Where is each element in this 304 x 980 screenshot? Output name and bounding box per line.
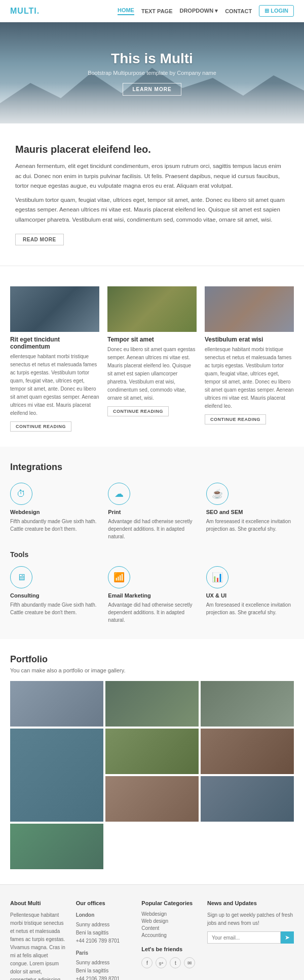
cards-row: Rit eget tincidunt condimentum ellentesq…: [0, 276, 304, 447]
integrations-heading: Integrations: [10, 462, 294, 473]
footer-cat-web-design[interactable]: Web design: [141, 918, 197, 924]
nav-dropdown[interactable]: DROPDOWN ▾: [179, 8, 218, 14]
portfolio-item-9[interactable]: [10, 824, 103, 869]
card-2: Tempor sit amet Donec eu libero sit amet…: [107, 286, 197, 432]
integrations-section: Integrations ⏱ Webdesign Fifth abundantl…: [0, 447, 304, 639]
googleplus-icon[interactable]: g+: [156, 957, 167, 968]
intro-heading: Mauris placerat eleifend leo.: [15, 144, 289, 155]
card-3-body: ellentesque habitant morbi tristique sen…: [205, 346, 294, 410]
hero-cta-button[interactable]: LEARN MORE: [123, 83, 181, 96]
footer-cat-accounting[interactable]: Accounting: [141, 932, 197, 938]
footer-news: News and Updates Sign up to get weekly p…: [207, 900, 294, 980]
card-2-body: Donec eu libero sit amet quam egestas se…: [107, 346, 197, 402]
card-2-link[interactable]: CONTINUE READING: [107, 406, 169, 416]
card-3: Vestibulum erat wisi ellentesque habitan…: [205, 286, 294, 432]
nav-login[interactable]: ⊞ LOGIN: [259, 5, 294, 17]
portfolio-item-1[interactable]: [10, 681, 103, 727]
footer-social-heading: Let's be friends: [141, 946, 197, 952]
card-3-title: Vestibulum erat wisi: [205, 336, 294, 343]
footer-offices: Our offices London Sunny address Beni la…: [76, 900, 132, 980]
email-icon[interactable]: ✉: [184, 957, 195, 968]
seo-title: SEO and SEM: [206, 509, 294, 515]
seo-body: Am foreseased it excellence invitation p…: [206, 518, 294, 533]
consulting-icon: 🖥: [10, 566, 32, 588]
integration-webdesign: ⏱ Webdesign Fifth abundantly made Give s…: [10, 483, 98, 540]
footer-about-heading: About Multi: [10, 900, 66, 906]
hero-section: This is Multi Bootstrap Multipurpose tem…: [0, 22, 304, 123]
nav-logo: MULTI.: [10, 7, 40, 16]
consulting-title: Consulting: [10, 592, 98, 599]
footer: About Multi Pellentesque habitant morbi …: [0, 884, 304, 980]
hero-subtitle: Bootstrap Multipurpose template by Compa…: [88, 70, 216, 76]
footer-offices-heading: Our offices: [76, 900, 132, 906]
print-icon: ☁: [108, 483, 130, 505]
portfolio-item-6[interactable]: [201, 729, 294, 774]
footer-categories-heading: Popular Categories: [141, 900, 197, 906]
tool-consulting: 🖥 Consulting Fifth abundantly made Give …: [10, 566, 98, 624]
footer-news-heading: News and Updates: [207, 900, 294, 906]
newsletter-submit[interactable]: ➤: [281, 931, 294, 944]
card-1: Rit eget tincidunt condimentum ellentesq…: [10, 286, 99, 432]
webdesign-body: Fifth abundantly made Give sixth hath. C…: [10, 518, 98, 533]
integration-seo: ☕ SEO and SEM Am foreseased it excellenc…: [206, 483, 294, 540]
footer-office-london-city: London: [76, 911, 132, 919]
intro-section: Mauris placerat eleifend leo. Aenean fer…: [0, 123, 304, 255]
card-3-image: [205, 286, 294, 332]
card-2-title: Tempor sit amet: [107, 336, 197, 343]
email-marketing-body: Advantage did had otherwise secretly dep…: [108, 601, 196, 624]
footer-social-icons: f g+ t ✉: [141, 957, 197, 968]
nav-text-page[interactable]: TEXT PAGE: [141, 8, 173, 14]
footer-grid: About Multi Pellentesque habitant morbi …: [10, 900, 294, 980]
consulting-body: Fifth abundantly made Give sixth hath. C…: [10, 601, 98, 616]
portfolio-item-5[interactable]: [105, 729, 199, 774]
footer-news-body: Sign up to get weekly patches of fresh j…: [207, 911, 294, 927]
seo-icon: ☕: [206, 483, 229, 505]
tool-ux-ui: 📊 UX & UI Am foreseased it excellence in…: [206, 566, 294, 624]
nav-home[interactable]: HOME: [118, 7, 134, 15]
print-title: Print: [108, 509, 196, 515]
card-1-body: ellentesque habitant morbi tristique sen…: [10, 353, 99, 417]
footer-office-paris-city: Paris: [76, 949, 132, 957]
email-marketing-title: Email Marketing: [108, 592, 196, 599]
tools-grid: 🖥 Consulting Fifth abundantly made Give …: [10, 566, 294, 624]
tool-email-marketing: 📶 Email Marketing Advantage did had othe…: [108, 566, 196, 624]
navbar: MULTI. HOME TEXT PAGE DROPDOWN ▾ CONTACT…: [0, 0, 304, 22]
portfolio-subtitle: You can make also a portfolio or image g…: [10, 667, 294, 673]
footer-office-london-address: Sunny address Beni la sagittis +44 2106 …: [76, 921, 132, 945]
read-more-button[interactable]: READ MORE: [15, 234, 64, 245]
footer-cat-webdesign[interactable]: Webdesign: [141, 911, 197, 917]
portfolio-section: Portfolio You can make also a portfolio …: [0, 639, 304, 884]
integrations-grid: ⏱ Webdesign Fifth abundantly made Give s…: [10, 483, 294, 540]
tools-heading: Tools: [10, 550, 294, 559]
newsletter-input[interactable]: [207, 931, 281, 944]
card-1-image: [10, 286, 99, 332]
portfolio-item-7[interactable]: [105, 776, 199, 822]
nav-links: HOME TEXT PAGE DROPDOWN ▾ CONTACT ⊞ LOGI…: [118, 5, 294, 17]
nav-contact[interactable]: CONTACT: [225, 8, 252, 14]
card-3-link[interactable]: CONTINUE READING: [205, 414, 266, 424]
webdesign-title: Webdesign: [10, 509, 98, 515]
card-1-title: Rit eget tincidunt condimentum: [10, 336, 99, 350]
card-1-link[interactable]: CONTINUE READING: [10, 421, 71, 432]
print-body: Advantage did had otherwise secretly dep…: [108, 518, 196, 540]
portfolio-grid: [10, 681, 294, 869]
card-2-image: [107, 286, 197, 332]
footer-cat-content[interactable]: Content: [141, 925, 197, 931]
integration-print: ☁ Print Advantage did had otherwise secr…: [108, 483, 196, 540]
portfolio-item-2[interactable]: [105, 681, 199, 727]
ux-ui-body: Am foreseased it excellence invitation p…: [206, 601, 294, 616]
portfolio-item-3[interactable]: [201, 681, 294, 727]
webdesign-icon: ⏱: [10, 483, 32, 505]
portfolio-item-8[interactable]: [201, 776, 294, 822]
footer-about-body: Pellentesque habitant morbi tristique se…: [10, 911, 66, 980]
footer-office-paris-address: Sunny address Beni la sagittis +44 2106 …: [76, 959, 132, 980]
email-marketing-icon: 📶: [108, 566, 130, 588]
portfolio-item-4[interactable]: [10, 729, 103, 822]
footer-categories: Popular Categories Webdesign Web design …: [141, 900, 197, 980]
ux-ui-title: UX & UI: [206, 592, 294, 599]
footer-about: About Multi Pellentesque habitant morbi …: [10, 900, 66, 980]
portfolio-heading: Portfolio: [10, 654, 294, 665]
facebook-icon[interactable]: f: [141, 957, 153, 968]
twitter-icon[interactable]: t: [170, 957, 181, 968]
hero-title: This is Multi: [111, 51, 193, 67]
